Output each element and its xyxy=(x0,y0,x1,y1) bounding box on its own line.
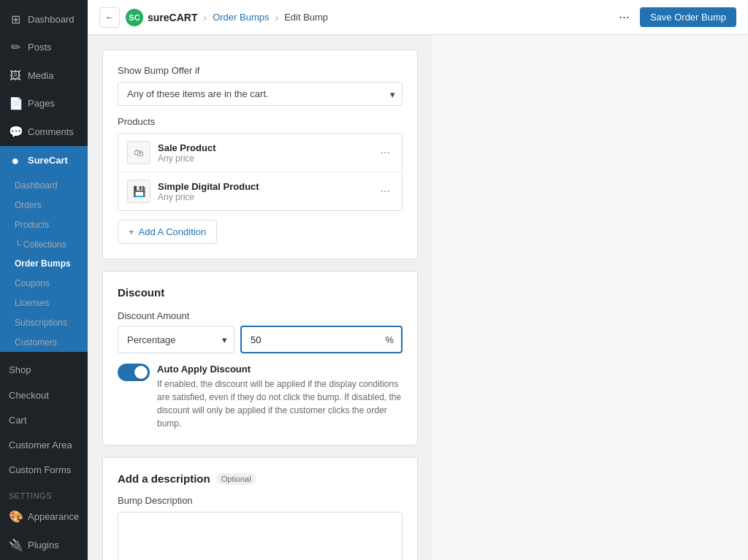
discount-value-input[interactable] xyxy=(240,326,402,353)
topbar: ← SC sureCART › Order Bumps › Edit Bump … xyxy=(88,0,748,35)
sidebar-item-media[interactable]: 🖼 Media xyxy=(0,62,88,90)
sidebar-label-posts: Posts xyxy=(28,41,52,54)
bump-description-label: Bump Description xyxy=(118,495,402,506)
product-price-sale: Any price xyxy=(158,153,370,164)
product-icon-sale: 🛍 xyxy=(127,141,150,164)
sidebar-label-comments: Comments xyxy=(28,126,74,139)
auto-apply-toggle[interactable] xyxy=(118,364,150,381)
sc-products-label: Products xyxy=(15,219,49,231)
sidebar-label-dashboard: Dashboard xyxy=(28,13,75,26)
discount-value-wrapper: % xyxy=(240,326,402,353)
settings-section-label: Settings xyxy=(0,483,88,503)
description-card: Add a description Optional Bump Descript… xyxy=(102,457,418,560)
sidebar-item-sc-customers[interactable]: Customers xyxy=(0,333,88,353)
sc-orders-label: Orders xyxy=(15,199,42,212)
sidebar-item-sc-licenses[interactable]: Licenses xyxy=(0,294,88,313)
discount-type-select[interactable]: Percentage Fixed Amount xyxy=(118,326,234,353)
products-label: Products xyxy=(118,116,402,127)
product-info-digital: Simple Digital Product Any price xyxy=(158,181,370,202)
discount-card: Discount Discount Amount Percentage Fixe… xyxy=(102,271,418,445)
main-wrapper: ← SC sureCART › Order Bumps › Edit Bump … xyxy=(88,0,748,560)
sidebar-item-surecart[interactable]: ● SureCart xyxy=(0,146,88,176)
show-bump-dropdown-wrapper: Any of these items are in the cart. All … xyxy=(118,82,402,106)
sidebar: ⊞ Dashboard ✏ Posts 🖼 Media 📄 Pages 💬 Co… xyxy=(0,0,88,560)
cart-label: Cart xyxy=(9,414,27,427)
surecart-group: ● SureCart Dashboard Orders Products └ C… xyxy=(0,146,88,352)
show-bump-dropdown[interactable]: Any of these items are in the cart. All … xyxy=(118,82,402,106)
sidebar-item-sc-order-bumps[interactable]: Order Bumps xyxy=(0,254,88,274)
auto-apply-title: Auto Apply Discount xyxy=(157,364,402,375)
sidebar-item-sc-products[interactable]: Products xyxy=(0,215,88,235)
comments-icon: 💬 xyxy=(9,124,22,140)
sidebar-item-pages[interactable]: 📄 Pages xyxy=(0,90,88,118)
sc-licenses-label: Licenses xyxy=(15,297,49,310)
product-price-digital: Any price xyxy=(158,192,370,202)
sidebar-item-sc-orders[interactable]: Orders xyxy=(0,196,88,215)
plugins-label: Plugins xyxy=(28,539,59,552)
sidebar-item-plugins[interactable]: 🔌 Plugins xyxy=(0,532,88,559)
product-item: 🛍 Sale Product Any price ··· xyxy=(118,134,402,172)
product-menu-sale[interactable]: ··· xyxy=(378,145,393,161)
sc-collections-label: └ Collections xyxy=(15,239,66,251)
custom-forms-label: Custom Forms xyxy=(9,464,71,477)
sidebar-item-sc-collections[interactable]: └ Collections xyxy=(0,235,88,255)
sidebar-item-shop[interactable]: Shop xyxy=(0,358,88,383)
sc-subscriptions-label: Subscriptions xyxy=(15,317,67,329)
media-icon: 🖼 xyxy=(9,68,22,84)
topbar-actions: ··· Save Order Bump xyxy=(614,7,736,28)
auto-apply-description: If enabled, the discount will be applied… xyxy=(157,377,402,430)
discount-amount-label: Discount Amount xyxy=(118,310,402,321)
surecart-logo-icon: SC xyxy=(126,9,143,26)
save-order-bump-button[interactable]: Save Order Bump xyxy=(640,7,736,27)
sidebar-item-sc-dashboard[interactable]: Dashboard xyxy=(0,176,88,196)
shop-label: Shop xyxy=(9,364,31,377)
dashboard-icon: ⊞ xyxy=(9,12,22,28)
description-title: Add a description xyxy=(118,472,210,485)
sidebar-item-checkout[interactable]: Checkout xyxy=(0,383,88,408)
sc-order-bumps-label: Order Bumps xyxy=(15,258,71,270)
description-header: Add a description Optional xyxy=(118,472,402,485)
back-button[interactable]: ← xyxy=(99,7,120,28)
sidebar-item-cart[interactable]: Cart xyxy=(0,408,88,433)
appearance-label: Appearance xyxy=(28,510,79,523)
sidebar-item-appearance[interactable]: 🎨 Appearance xyxy=(0,503,88,531)
breadcrumb-separator-1: › xyxy=(203,12,207,23)
sidebar-item-sc-subscriptions[interactable]: Subscriptions xyxy=(0,313,88,333)
breadcrumb-order-bumps[interactable]: Order Bumps xyxy=(213,12,269,23)
product-item: 💾 Simple Digital Product Any price ··· xyxy=(118,172,402,210)
auto-apply-row: Auto Apply Discount If enabled, the disc… xyxy=(118,364,402,430)
sidebar-item-comments[interactable]: 💬 Comments xyxy=(0,118,88,146)
breadcrumb-separator-2: › xyxy=(275,12,278,23)
sidebar-item-posts[interactable]: ✏ Posts xyxy=(0,34,88,61)
bump-description-textarea[interactable] xyxy=(118,512,402,560)
checkout-label: Checkout xyxy=(9,389,49,402)
topbar-logo: SC sureCART xyxy=(126,9,197,26)
sidebar-label-pages: Pages xyxy=(28,97,55,110)
sidebar-item-sc-coupons[interactable]: Coupons xyxy=(0,274,88,294)
sidebar-item-custom-forms[interactable]: Custom Forms xyxy=(0,458,88,483)
percent-suffix: % xyxy=(385,334,394,345)
page-content: Show Bump Offer if Any of these items ar… xyxy=(88,35,748,560)
product-menu-digital[interactable]: ··· xyxy=(378,183,393,199)
breadcrumb-current: Edit Bump xyxy=(284,12,328,23)
add-condition-button[interactable]: + Add A Condition xyxy=(118,220,217,244)
more-options-button[interactable]: ··· xyxy=(614,7,634,28)
optional-badge: Optional xyxy=(216,473,256,485)
plugins-icon: 🔌 xyxy=(9,537,22,553)
product-icon-digital: 💾 xyxy=(127,180,150,203)
show-bump-card: Show Bump Offer if Any of these items ar… xyxy=(102,50,418,259)
customer-area-label: Customer Area xyxy=(9,439,72,452)
sc-coupons-label: Coupons xyxy=(15,277,50,290)
show-bump-label: Show Bump Offer if xyxy=(118,65,402,76)
pages-icon: 📄 xyxy=(9,96,22,112)
posts-icon: ✏ xyxy=(9,39,22,55)
discount-row: Percentage Fixed Amount ▾ % xyxy=(118,326,402,353)
sidebar-item-dashboard[interactable]: ⊞ Dashboard xyxy=(0,6,88,34)
product-name-sale: Sale Product xyxy=(158,142,370,153)
surecart-icon: ● xyxy=(9,152,22,170)
sidebar-item-customer-area[interactable]: Customer Area xyxy=(0,433,88,458)
sc-customers-label: Customers xyxy=(15,337,57,349)
content-right-panel xyxy=(432,35,748,560)
appearance-icon: 🎨 xyxy=(9,509,22,525)
discount-type-wrapper: Percentage Fixed Amount ▾ xyxy=(118,326,234,353)
